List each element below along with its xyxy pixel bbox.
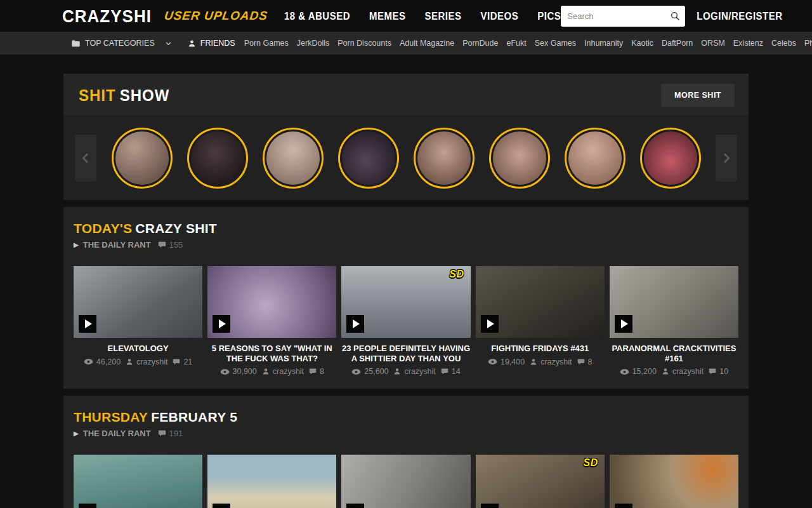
comment-count: 8 (320, 367, 324, 376)
video-stats: 19,400 crazyshit 8 (476, 358, 605, 366)
play-button-icon[interactable] (213, 504, 230, 508)
carousel-thumbnail-3[interactable] (263, 128, 324, 189)
comment-count: 21 (183, 358, 192, 366)
video-title[interactable]: 5 REASONS TO SAY "WHAT IN THE FUCK WAS T… (207, 344, 336, 363)
video-thumbnail[interactable] (207, 455, 336, 508)
video-thumbnail[interactable] (610, 455, 738, 508)
more-shit-button[interactable]: MORE SHIT (661, 84, 735, 107)
friend-link-orsm[interactable]: ORSM (701, 39, 725, 48)
nav-series[interactable]: SERIES (425, 10, 462, 22)
thursday-section: THURSDAYFEBRUARY 5 ▶ THE DAILY RANT 191 (63, 396, 749, 508)
video-title[interactable]: ELEVATOLOGY (74, 344, 202, 354)
friend-link-porndude[interactable]: PornDude (462, 39, 498, 48)
search-box[interactable] (561, 6, 685, 27)
thumbnail-image (417, 131, 471, 185)
friend-link-efukt[interactable]: eFukt (506, 39, 526, 48)
view-count: 25,600 (364, 367, 388, 376)
top-categories-dropdown[interactable]: TOP CATEGORIES (71, 39, 172, 48)
video-title[interactable]: FIGHTING FRIDAYS #431 (476, 344, 605, 354)
video-title[interactable]: PARANORMAL CRACKTIVITIES #161 (610, 344, 738, 363)
author-name[interactable]: crazyshit (540, 358, 572, 366)
view-count: 19,400 (501, 358, 525, 366)
daily-rant-comment-count: 191 (169, 429, 183, 438)
play-button-icon[interactable] (79, 504, 96, 508)
section-title-accent: TODAY'S (74, 221, 132, 236)
carousel-thumbnail-6[interactable] (489, 128, 550, 189)
search-input[interactable] (567, 11, 670, 21)
site-logo[interactable]: CRAZYSHI (62, 5, 152, 26)
video-thumbnail[interactable] (476, 266, 605, 338)
secondary-nav: TOP CATEGORIES FRIENDS Porn Games JerkDo… (0, 32, 812, 55)
carousel-thumbnail-1[interactable] (112, 128, 173, 189)
video-thumbnail[interactable] (610, 266, 738, 338)
nav-videos[interactable]: VIDEOS (481, 10, 519, 22)
carousel-next-button[interactable] (716, 135, 737, 182)
video-thumbnail[interactable] (74, 455, 202, 508)
carousel-thumbnail-8[interactable] (640, 128, 701, 189)
friend-link-existenz[interactable]: Existenz (733, 39, 763, 48)
friend-link-jerkdolls[interactable]: JerkDolls (297, 39, 329, 48)
play-button-icon[interactable] (615, 504, 632, 508)
nav-18-abused[interactable]: 18 & ABUSED (284, 10, 350, 22)
friend-link-porn-discounts[interactable]: Porn Discounts (337, 39, 391, 48)
top-categories-label: TOP CATEGORIES (85, 39, 155, 48)
search-icon[interactable] (670, 11, 680, 21)
login-register-link[interactable]: LOGIN/REGISTER (697, 10, 782, 22)
video-card[interactable]: SD 23 PEOPLE DEFINITELY HAVING A SHITTIE… (341, 266, 470, 376)
carousel-thumbnail-7[interactable] (565, 128, 625, 189)
author-name[interactable]: crazyshit (672, 367, 704, 376)
friend-link-celebs[interactable]: Celebs (771, 39, 796, 48)
carousel-thumbnail-4[interactable] (338, 128, 399, 189)
author-name[interactable]: crazyshit (136, 358, 167, 366)
video-card[interactable] (610, 455, 738, 508)
play-button-icon[interactable] (79, 315, 96, 333)
daily-rant-link[interactable]: ▶ THE DAILY RANT 155 (74, 240, 738, 250)
play-button-icon[interactable] (481, 504, 499, 508)
friend-link-kaotic[interactable]: Kaotic (631, 39, 653, 48)
friend-link-porn-games[interactable]: Porn Games (244, 39, 289, 48)
video-card[interactable]: 5 REASONS TO SAY "WHAT IN THE FUCK WAS T… (207, 266, 336, 376)
author-name[interactable]: crazyshit (273, 367, 304, 376)
video-card[interactable] (74, 455, 202, 508)
video-thumbnail[interactable]: SD (476, 455, 605, 508)
video-thumbnail[interactable]: SD (341, 266, 470, 338)
play-button-icon[interactable] (346, 504, 364, 508)
friend-link-inhumanity[interactable]: Inhumanity (584, 39, 623, 48)
video-card[interactable]: SD (476, 455, 605, 508)
play-button-icon[interactable] (346, 315, 364, 333)
friend-link-adult-magazine[interactable]: Adult Magazine (400, 39, 454, 48)
comment-count: 10 (719, 367, 728, 376)
thumbnail-image (191, 131, 244, 185)
friend-link-sex-games[interactable]: Sex Games (535, 39, 576, 48)
views-eye-icon (220, 368, 230, 375)
video-thumbnail[interactable] (207, 266, 336, 338)
daily-rant-link[interactable]: ▶ THE DAILY RANT 191 (74, 429, 738, 438)
section-title-rest: FEBRUARY 5 (151, 410, 237, 424)
user-uploads-tagline[interactable]: USER UPLOADS (163, 9, 268, 23)
daily-rant-comment-count: 155 (169, 240, 183, 250)
friend-link-phun[interactable]: Phun (804, 39, 812, 48)
author-person-icon (262, 368, 270, 375)
video-card[interactable]: ELEVATOLOGY 46,200 crazyshit 21 (74, 266, 202, 376)
carousel-prev-button[interactable] (75, 135, 96, 182)
carousel-thumbnail-2[interactable] (187, 128, 248, 189)
video-card[interactable] (341, 455, 470, 508)
video-thumbnail[interactable] (74, 266, 202, 338)
author-name[interactable]: crazyshit (404, 367, 435, 376)
play-button-icon[interactable] (481, 315, 499, 333)
video-card[interactable] (207, 455, 336, 508)
friend-link-daftporn[interactable]: DaftPorn (662, 39, 693, 48)
comment-bubble-icon (158, 241, 166, 249)
video-card[interactable]: PARANORMAL CRACKTIVITIES #161 15,200 cra… (610, 266, 738, 376)
nav-pics[interactable]: PICS (537, 10, 561, 22)
friends-link[interactable]: FRIENDS (188, 39, 235, 48)
carousel-thumbnail-5[interactable] (414, 128, 475, 189)
shit-show-title-rest: SHOW (120, 86, 170, 105)
play-button-icon[interactable] (615, 315, 632, 333)
person-icon (188, 39, 196, 48)
video-title[interactable]: 23 PEOPLE DEFINITELY HAVING A SHITTIER D… (341, 344, 470, 363)
video-card[interactable]: FIGHTING FRIDAYS #431 19,400 crazyshit 8 (476, 266, 605, 376)
video-thumbnail[interactable] (341, 455, 470, 508)
play-button-icon[interactable] (213, 315, 230, 333)
nav-memes[interactable]: MEMES (369, 10, 406, 22)
